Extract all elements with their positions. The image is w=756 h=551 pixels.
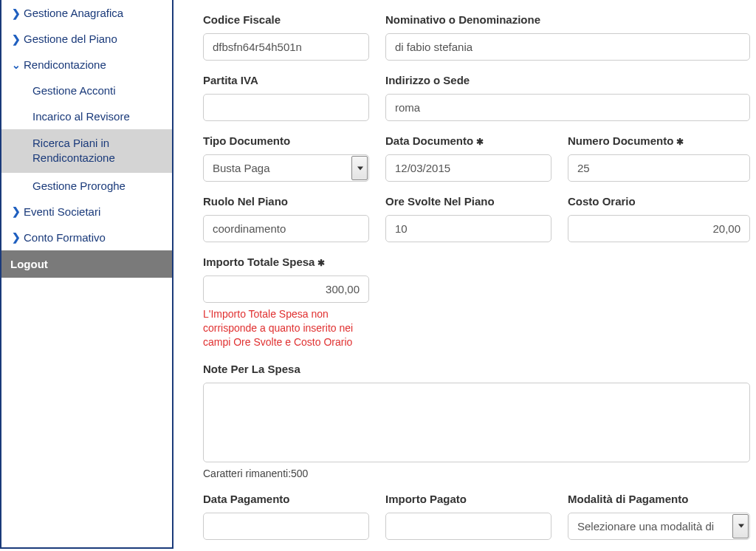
ruolo-input[interactable]: [203, 215, 369, 242]
tipo-documento-select[interactable]: Busta Paga: [203, 154, 369, 182]
chevron-right-icon: ❯: [12, 33, 24, 45]
costo-orario-label: Costo Orario: [568, 195, 750, 208]
nav-ricerca-piani-rendicontazione[interactable]: Ricerca Piani in Rendicontazione: [1, 129, 172, 173]
tipo-documento-label: Tipo Documento: [203, 134, 369, 147]
ore-svolte-input[interactable]: [385, 215, 551, 242]
nav-conto-formativo[interactable]: ❯ Conto Formativo: [1, 225, 172, 250]
chevron-right-icon: ❯: [12, 205, 24, 217]
logout-label: Logout: [10, 258, 48, 270]
chevron-down-icon: ⌄: [12, 59, 24, 71]
nav-label: Gestione Proroghe: [32, 179, 126, 192]
nav-incarico-revisore[interactable]: Incarico al Revisore: [1, 103, 172, 129]
chevron-right-icon: ❯: [12, 231, 24, 243]
nav-label: Gestione Anagrafica: [24, 7, 123, 19]
partita-iva-label: Partita IVA: [203, 74, 369, 86]
modalita-pagamento-label: Modalità di Pagamento: [568, 493, 750, 505]
nav-gestione-acconti[interactable]: Gestione Acconti: [1, 78, 172, 103]
note-hint: Caratteri rimanenti:500: [203, 468, 750, 479]
nav-label: Eventi Societari: [24, 205, 100, 218]
nominativo-input[interactable]: [385, 33, 750, 61]
nav-label: Rendicontazione: [24, 58, 106, 71]
nav-rendicontazione[interactable]: ⌄ Rendicontazione: [1, 52, 172, 78]
nav-label: Gestione Acconti: [32, 84, 116, 97]
logout-button[interactable]: Logout: [1, 250, 172, 278]
indirizzo-input[interactable]: [385, 94, 750, 121]
importo-totale-label: Importo Totale Spesa: [203, 256, 369, 268]
nominativo-label: Nominativo o Denominazione: [385, 13, 750, 26]
note-label: Note Per La Spesa: [203, 363, 750, 375]
numero-documento-label: Numero Documento: [568, 134, 750, 147]
nav-gestione-proroghe[interactable]: Gestione Proroghe: [1, 173, 172, 199]
costo-orario-input[interactable]: [568, 215, 750, 242]
numero-documento-input[interactable]: [568, 154, 750, 182]
importo-totale-input[interactable]: [203, 276, 369, 303]
importo-pagato-input[interactable]: [385, 513, 551, 540]
indirizzo-label: Indirizzo o Sede: [385, 74, 750, 86]
codice-fiscale-label: Codice Fiscale: [203, 13, 369, 26]
chevron-right-icon: ❯: [12, 7, 24, 19]
nav-eventi-societari[interactable]: ❯ Eventi Societari: [1, 199, 172, 225]
data-documento-label: Data Documento: [385, 134, 551, 147]
nav-label: Gestione del Piano: [24, 32, 117, 45]
ore-svolte-label: Ore Svolte Nel Piano: [385, 195, 551, 208]
nav-gestione-anagrafica[interactable]: ❯ Gestione Anagrafica: [1, 0, 172, 26]
nav-label: Incarico al Revisore: [32, 110, 130, 123]
partita-iva-input[interactable]: [203, 94, 369, 121]
ruolo-label: Ruolo Nel Piano: [203, 195, 369, 208]
data-pagamento-label: Data Pagamento: [203, 493, 369, 505]
modalita-pagamento-select[interactable]: Selezionare una modalità di: [568, 513, 750, 540]
nav-label: Conto Formativo: [24, 231, 106, 244]
data-pagamento-input[interactable]: [203, 513, 369, 540]
note-textarea[interactable]: [203, 383, 750, 462]
data-documento-input[interactable]: [385, 154, 551, 182]
importo-pagato-label: Importo Pagato: [385, 493, 551, 505]
codice-fiscale-input[interactable]: [203, 33, 369, 61]
sidebar: ❯ Gestione Anagrafica ❯ Gestione del Pia…: [0, 0, 173, 549]
nav-label: Ricerca Piani in Rendicontazione: [32, 136, 165, 166]
importo-totale-error: L'Importo Totale Spesa non corrisponde a…: [203, 307, 369, 349]
nav-gestione-piano[interactable]: ❯ Gestione del Piano: [1, 26, 172, 52]
form-panel: Codice Fiscale Nominativo o Denominazion…: [173, 0, 756, 549]
